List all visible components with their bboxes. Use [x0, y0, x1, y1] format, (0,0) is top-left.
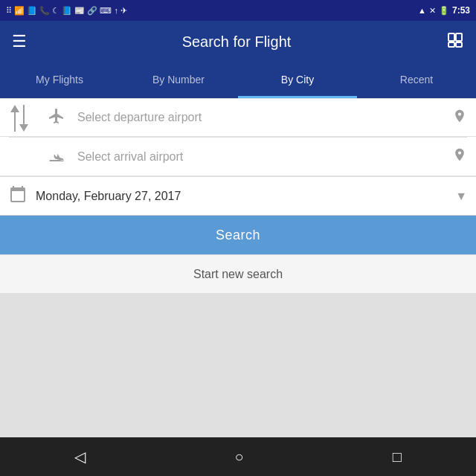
date-display: Monday, February 27, 2017	[36, 190, 455, 203]
wifi-icon: ▲	[418, 6, 426, 15]
tab-my-flights[interactable]: My Flights	[0, 62, 119, 98]
swap-icon	[9, 99, 30, 138]
battery-icon: 🔋	[439, 6, 449, 16]
status-right: ▲ ✕ 🔋 7:53	[418, 5, 470, 16]
page-title: Search for Flight	[27, 33, 446, 51]
back-button[interactable]: ◁	[74, 448, 86, 466]
arrival-row[interactable]: Select arrival airport	[0, 138, 476, 176]
departure-placeholder: Select departure airport	[77, 111, 452, 124]
departure-location-icon[interactable]	[452, 109, 467, 127]
departure-plane-icon	[45, 107, 68, 129]
app-header: ☰ Search for Flight	[0, 21, 476, 62]
departure-row[interactable]: Select departure airport	[0, 98, 476, 137]
search-form: Select departure airport Select arrival …	[0, 98, 476, 216]
status-left: ⠿ 📶 📘 📞 ☾ 📘 📰 🔗 ⌨ ↑ ✈	[6, 6, 127, 16]
new-search-button[interactable]: Start new search	[0, 254, 476, 293]
status-bar: ⠿ 📶 📘 📞 ☾ 📘 📰 🔗 ⌨ ↑ ✈ ▲ ✕ 🔋 7:53	[0, 0, 476, 21]
svg-rect-2	[448, 42, 454, 47]
search-button[interactable]: Search	[0, 216, 476, 254]
svg-rect-3	[456, 42, 462, 47]
menu-button[interactable]: ☰	[12, 32, 27, 51]
calendar-icon	[9, 185, 27, 207]
home-button[interactable]: ○	[234, 448, 243, 466]
svg-rect-1	[456, 33, 462, 41]
svg-marker-6	[19, 124, 28, 132]
dropdown-arrow-icon: ▼	[455, 190, 467, 203]
recents-button[interactable]: □	[393, 448, 402, 466]
arrival-plane-icon	[45, 146, 68, 167]
time-display: 7:53	[452, 5, 470, 16]
arrival-location-icon[interactable]	[452, 147, 467, 166]
nav-bar: ◁ ○ □	[0, 437, 476, 476]
bookmark-icon[interactable]	[446, 31, 464, 53]
tab-by-city[interactable]: By City	[238, 62, 357, 98]
tab-recent[interactable]: Recent	[357, 62, 476, 98]
svg-marker-4	[10, 105, 19, 112]
status-icons-left: ⠿ 📶 📘 📞 ☾ 📘 📰 🔗 ⌨ ↑ ✈	[6, 6, 127, 16]
tab-by-number[interactable]: By Number	[119, 62, 238, 98]
svg-rect-0	[448, 33, 454, 41]
tab-bar: My Flights By Number By City Recent	[0, 62, 476, 98]
date-row[interactable]: Monday, February 27, 2017 ▼	[0, 176, 476, 215]
signal-icon: ✕	[429, 6, 436, 16]
arrival-placeholder: Select arrival airport	[77, 150, 452, 164]
